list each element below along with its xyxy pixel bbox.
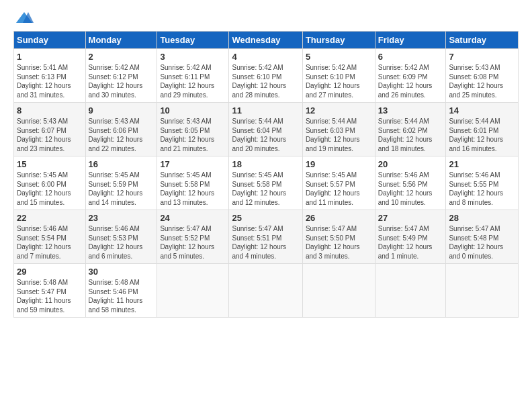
daylight-minutes: and 16 minutes.: [449, 145, 496, 152]
day-info: Sunrise: 5:41 AMSunset: 6:13 PMDaylight:…: [17, 63, 83, 99]
daylight-minutes: and 6 minutes.: [89, 253, 133, 260]
sunset-text: Sunset: 6:10 PM: [232, 73, 281, 81]
day-number: 14: [449, 105, 515, 116]
daylight-minutes: and 26 minutes.: [378, 91, 426, 99]
daylight-minutes: and 27 minutes.: [306, 91, 353, 99]
sunset-text: Sunset: 5:50 PM: [306, 234, 355, 242]
page: Sunday Monday Tuesday Wednesday Thursday…: [0, 0, 532, 324]
daylight-minutes: and 3 minutes.: [306, 253, 350, 260]
day-number: 1: [17, 52, 83, 62]
daylight-minutes: and 13 minutes.: [160, 199, 208, 206]
day-number: 6: [378, 52, 443, 62]
sunset-text: Sunset: 5:48 PM: [449, 234, 498, 242]
calendar-cell: 4Sunrise: 5:42 AMSunset: 6:10 PMDaylight…: [229, 49, 302, 103]
sunrise-text: Sunrise: 5:42 AM: [89, 64, 140, 71]
daylight-minutes: and 7 minutes.: [17, 253, 61, 260]
sunset-text: Sunset: 6:07 PM: [17, 127, 66, 134]
calendar-cell: 2Sunrise: 5:42 AMSunset: 6:12 PMDaylight…: [85, 49, 157, 103]
sunrise-text: Sunrise: 5:47 AM: [306, 225, 357, 232]
calendar-cell: 9Sunrise: 5:43 AMSunset: 6:06 PMDaylight…: [85, 103, 157, 156]
day-number: 8: [17, 105, 83, 116]
day-number: 16: [89, 159, 154, 169]
day-info: Sunrise: 5:43 AMSunset: 6:08 PMDaylight:…: [449, 63, 515, 99]
calendar-cell: 22Sunrise: 5:46 AMSunset: 5:54 PMDayligh…: [14, 210, 86, 264]
day-info: Sunrise: 5:45 AMSunset: 6:00 PMDaylight:…: [17, 171, 83, 207]
daylight-label: Daylight: 12 hours: [17, 243, 71, 250]
calendar-cell: 26Sunrise: 5:47 AMSunset: 5:50 PMDayligh…: [302, 210, 375, 264]
header-wednesday: Wednesday: [229, 32, 302, 49]
daylight-minutes: and 20 minutes.: [232, 145, 279, 152]
day-info: Sunrise: 5:46 AMSunset: 5:55 PMDaylight:…: [449, 171, 515, 207]
sunset-text: Sunset: 6:13 PM: [17, 73, 66, 81]
week-row-3: 15Sunrise: 5:45 AMSunset: 6:00 PMDayligh…: [14, 156, 519, 210]
day-number: 29: [17, 267, 83, 277]
calendar-cell: 20Sunrise: 5:46 AMSunset: 5:56 PMDayligh…: [375, 156, 446, 210]
logo-icon: [15, 11, 34, 24]
header-friday: Friday: [375, 32, 446, 49]
daylight-label: Daylight: 12 hours: [160, 189, 214, 197]
sunset-text: Sunset: 6:03 PM: [306, 127, 355, 134]
day-info: Sunrise: 5:47 AMSunset: 5:51 PMDaylight:…: [232, 224, 299, 261]
calendar-cell: 6Sunrise: 5:42 AMSunset: 6:09 PMDaylight…: [375, 49, 446, 103]
sunrise-text: Sunrise: 5:44 AM: [378, 118, 429, 125]
sunset-text: Sunset: 5:57 PM: [306, 181, 355, 188]
daylight-label: Daylight: 12 hours: [160, 136, 214, 143]
daylight-minutes: and 25 minutes.: [449, 91, 496, 99]
header-monday: Monday: [85, 32, 157, 49]
calendar-cell: 28Sunrise: 5:47 AMSunset: 5:48 PMDayligh…: [446, 210, 519, 264]
daylight-minutes: and 10 minutes.: [378, 199, 426, 206]
day-number: 20: [378, 159, 443, 169]
daylight-label: Daylight: 12 hours: [89, 136, 143, 143]
calendar-cell: 24Sunrise: 5:47 AMSunset: 5:52 PMDayligh…: [157, 210, 229, 264]
sunrise-text: Sunrise: 5:46 AM: [17, 225, 68, 232]
calendar-cell: 13Sunrise: 5:44 AMSunset: 6:02 PMDayligh…: [375, 103, 446, 156]
day-number: 18: [232, 159, 299, 169]
calendar-cell: 5Sunrise: 5:42 AMSunset: 6:10 PMDaylight…: [302, 49, 375, 103]
calendar-cell: 27Sunrise: 5:47 AMSunset: 5:49 PMDayligh…: [375, 210, 446, 264]
daylight-minutes: and 21 minutes.: [160, 145, 208, 152]
daylight-minutes: and 59 minutes.: [17, 306, 64, 314]
day-number: 3: [160, 52, 226, 62]
daylight-minutes: and 4 minutes.: [232, 253, 276, 260]
sunrise-text: Sunrise: 5:48 AM: [89, 279, 140, 286]
sunrise-text: Sunrise: 5:46 AM: [449, 171, 500, 179]
daylight-minutes: and 8 minutes.: [449, 199, 493, 206]
calendar-cell: 25Sunrise: 5:47 AMSunset: 5:51 PMDayligh…: [229, 210, 302, 264]
day-number: 17: [160, 159, 226, 169]
daylight-minutes: and 5 minutes.: [160, 253, 204, 260]
daylight-minutes: and 31 minutes.: [17, 91, 64, 99]
daylight-label: Daylight: 11 hours: [17, 297, 71, 304]
calendar-cell: [157, 264, 229, 318]
sunrise-text: Sunrise: 5:42 AM: [378, 64, 429, 71]
daylight-minutes: and 28 minutes.: [232, 91, 279, 99]
sunset-text: Sunset: 6:06 PM: [89, 127, 138, 134]
daylight-minutes: and 22 minutes.: [89, 145, 136, 152]
day-info: Sunrise: 5:46 AMSunset: 5:53 PMDaylight:…: [89, 224, 154, 261]
calendar-cell: 21Sunrise: 5:46 AMSunset: 5:55 PMDayligh…: [446, 156, 519, 210]
sunrise-text: Sunrise: 5:45 AM: [160, 171, 211, 179]
day-number: 7: [449, 52, 515, 62]
daylight-label: Daylight: 12 hours: [17, 189, 71, 197]
sunset-text: Sunset: 6:01 PM: [449, 127, 498, 134]
daylight-minutes: and 30 minutes.: [89, 91, 136, 99]
daylight-minutes: and 29 minutes.: [160, 91, 208, 99]
sunrise-text: Sunrise: 5:47 AM: [378, 225, 429, 232]
day-number: 13: [378, 105, 443, 116]
daylight-label: Daylight: 12 hours: [306, 136, 360, 143]
day-info: Sunrise: 5:42 AMSunset: 6:09 PMDaylight:…: [378, 63, 443, 99]
sunset-text: Sunset: 5:47 PM: [17, 288, 66, 295]
day-number: 23: [89, 213, 154, 223]
daylight-label: Daylight: 12 hours: [378, 136, 433, 143]
daylight-minutes: and 15 minutes.: [17, 199, 64, 206]
sunrise-text: Sunrise: 5:41 AM: [17, 64, 68, 71]
sunset-text: Sunset: 6:04 PM: [232, 127, 281, 134]
sunrise-text: Sunrise: 5:45 AM: [17, 171, 68, 179]
day-number: 25: [232, 213, 299, 223]
week-row-1: 1Sunrise: 5:41 AMSunset: 6:13 PMDaylight…: [14, 49, 519, 103]
calendar-cell: 12Sunrise: 5:44 AMSunset: 6:03 PMDayligh…: [302, 103, 375, 156]
daylight-minutes: and 18 minutes.: [378, 145, 426, 152]
day-number: 2: [89, 52, 154, 62]
calendar-cell: 3Sunrise: 5:42 AMSunset: 6:11 PMDaylight…: [157, 49, 229, 103]
day-info: Sunrise: 5:46 AMSunset: 5:54 PMDaylight:…: [17, 224, 83, 261]
day-info: Sunrise: 5:45 AMSunset: 5:58 PMDaylight:…: [232, 171, 299, 207]
